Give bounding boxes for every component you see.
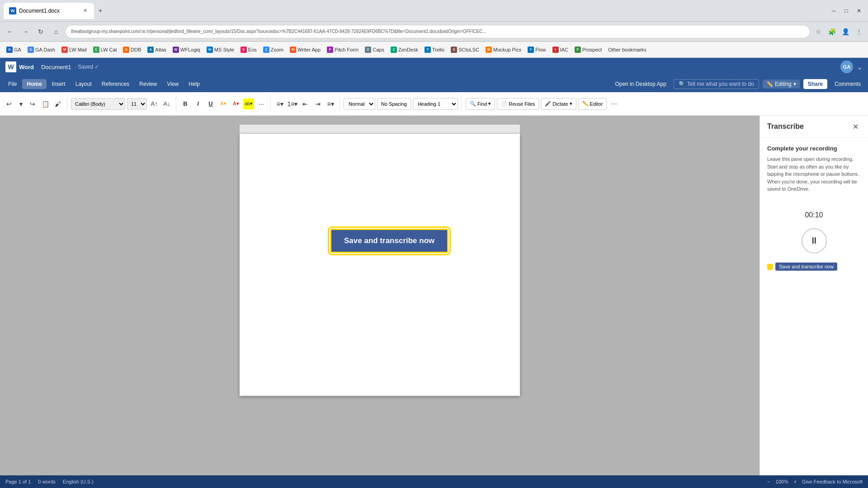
pitch-form-icon: P — [327, 47, 333, 53]
indent-less-button[interactable]: ⇤ — [300, 99, 311, 109]
bookmark-eos-label: Eos — [248, 47, 257, 52]
undo-button[interactable]: ↩ — [4, 99, 14, 109]
back-button[interactable]: ← — [4, 25, 16, 38]
iac-icon: I — [552, 47, 559, 53]
address-input[interactable]: theaboutgroup-my.sharepoint.com/:w:/r/pe… — [65, 25, 810, 38]
tab-close-button[interactable]: ✕ — [81, 7, 89, 14]
save-transcribe-main-button[interactable]: Save and transcribe now — [330, 229, 448, 253]
italic-button[interactable]: I — [193, 99, 203, 109]
menu-file[interactable]: File — [4, 79, 21, 89]
bookmark-iac[interactable]: I IAC — [550, 45, 571, 54]
share-button[interactable]: Share — [803, 79, 827, 89]
bookmark-sctolsc[interactable]: S SCtoLSC — [448, 45, 482, 54]
dictate-button[interactable]: 🎤 Dictate ▾ — [541, 98, 576, 110]
new-tab-button[interactable]: + — [94, 5, 107, 17]
reload-button[interactable]: ↻ — [34, 25, 47, 38]
bookmark-trello[interactable]: T Trello — [422, 45, 447, 54]
zoom-in-button[interactable]: + — [794, 479, 797, 484]
heading-1-select[interactable]: Heading 1 — [413, 98, 458, 110]
bookmark-wflogiq[interactable]: W WFLogiq — [170, 45, 203, 54]
reuse-files-button[interactable]: 📄 Reuse Files — [497, 98, 539, 110]
zoom-out-button[interactable]: − — [767, 479, 770, 484]
undo-dropdown[interactable]: ▾ — [15, 99, 26, 109]
editor-button[interactable]: ✏️ Editor — [578, 98, 607, 110]
underline-button[interactable]: U — [205, 99, 216, 109]
bookmark-ms-style[interactable]: M MS Style — [204, 45, 237, 54]
home-button[interactable]: ⌂ — [50, 25, 62, 38]
bookmark-ddb[interactable]: D DDB — [120, 45, 144, 54]
bookmark-caps-label: Caps — [373, 47, 384, 52]
no-spacing-button[interactable]: No Spacing — [377, 98, 411, 110]
feedback-link[interactable]: Give Feedback to Microsoft — [802, 479, 863, 484]
writer-app-icon: W — [290, 47, 296, 53]
panel-close-button[interactable]: ✕ — [850, 121, 861, 132]
panel-body: Complete your recording Leave this pane … — [760, 138, 868, 475]
ribbon-separator-3 — [270, 97, 271, 111]
bookmark-eos[interactable]: E Eos — [238, 45, 259, 54]
pause-icon: ⏸ — [810, 235, 819, 246]
font-size-select[interactable]: 11 — [127, 98, 147, 110]
bookmark-atlas[interactable]: A Atlas — [145, 45, 169, 54]
bold-button[interactable]: B — [180, 99, 191, 109]
bookmark-writer-app[interactable]: W Writer App — [287, 45, 323, 54]
tell-me-search[interactable]: 🔍 Tell me what you want to do — [674, 79, 759, 89]
menu-view[interactable]: View — [162, 79, 183, 89]
document-page[interactable]: Save and transcribe now — [240, 134, 520, 396]
menu-references[interactable]: References — [97, 79, 134, 89]
bookmark-star-icon[interactable]: ☆ — [813, 26, 824, 37]
bookmark-mockup-pics-label: Mockup Pics — [493, 47, 521, 52]
bookmark-mockup-pics[interactable]: M Mockup Pics — [483, 45, 524, 54]
open-desktop-button[interactable]: Open in Desktop App — [611, 79, 670, 89]
find-button[interactable]: 🔍 Find ▾ — [466, 98, 495, 110]
forward-button[interactable]: → — [19, 25, 32, 38]
more-format-button[interactable]: ··· — [256, 99, 267, 109]
indent-more-button[interactable]: ⇥ — [312, 99, 323, 109]
bookmark-lw-cal[interactable]: C LW Cal — [90, 45, 119, 54]
active-tab[interactable]: W Document1.docx ✕ — [4, 3, 94, 19]
bookmark-ga-dash[interactable]: G GA Dash — [25, 45, 58, 54]
menu-layout[interactable]: Layout — [71, 79, 96, 89]
menu-review[interactable]: Review — [135, 79, 161, 89]
align-button[interactable]: ≡▾ — [325, 99, 336, 109]
menu-help[interactable]: Help — [184, 79, 204, 89]
editing-mode-button[interactable]: ✏️ Editing ▾ — [763, 80, 800, 89]
clipboard-button[interactable]: 📋 — [40, 99, 51, 109]
bookmark-flow[interactable]: F Flow — [525, 45, 548, 54]
ribbon-toggle[interactable]: ⌄ — [857, 63, 863, 71]
bookmark-zendesk[interactable]: Z ZenDesk — [388, 45, 421, 54]
font-family-select[interactable]: Calibri (Body) — [71, 98, 125, 110]
bookmark-prospect[interactable]: P Prospect — [572, 45, 604, 54]
profile-icon[interactable]: 👤 — [840, 26, 851, 37]
settings-icon[interactable]: ⋮ — [854, 26, 864, 37]
font-color-button[interactable]: A▾ — [231, 99, 241, 109]
text-highlight-button[interactable]: ab▾ — [243, 99, 254, 109]
bookmark-lw-mail[interactable]: M LW Mail — [59, 45, 90, 54]
minimize-button[interactable]: ─ — [828, 5, 839, 16]
redo-button[interactable]: ↪ — [27, 99, 38, 109]
highlight-button[interactable]: A▾ — [218, 99, 229, 109]
bookmark-ga[interactable]: G GA — [4, 45, 24, 54]
other-bookmarks[interactable]: Other bookmarks — [605, 46, 649, 54]
bookmark-pitch-form[interactable]: P Pitch Form — [324, 45, 361, 54]
maximize-button[interactable]: □ — [841, 5, 852, 16]
decrease-font-button[interactable]: A↓ — [161, 99, 172, 109]
comments-button[interactable]: Comments — [831, 79, 864, 89]
tab-bar: W Document1.docx ✕ + — [4, 3, 828, 19]
user-avatar[interactable]: GA — [840, 61, 853, 73]
menu-insert[interactable]: Insert — [47, 79, 70, 89]
more-ribbon-button[interactable]: ··· — [609, 99, 619, 109]
format-painter-button[interactable]: 🖌 — [52, 99, 63, 109]
pause-recording-button[interactable]: ⏸ — [802, 228, 827, 253]
increase-font-button[interactable]: A↑ — [149, 99, 160, 109]
panel-save-transcribe-button[interactable]: Save and transcribe now — [775, 263, 837, 271]
close-button[interactable]: ✕ — [854, 5, 864, 16]
extensions-icon[interactable]: 🧩 — [826, 26, 837, 37]
bookmark-caps[interactable]: C Caps — [362, 45, 387, 54]
bullets-button[interactable]: ≡▾ — [274, 99, 285, 109]
style-normal-select[interactable]: Normal — [344, 98, 375, 110]
prospect-icon: P — [575, 47, 581, 53]
menu-home[interactable]: Home — [22, 79, 46, 89]
bookmark-zoom[interactable]: Z Zoom — [260, 45, 286, 54]
word-app: W Word Document1 · Saved ✓ GA ⌄ File Hom… — [0, 58, 868, 488]
numbering-button[interactable]: 1≡▾ — [287, 99, 298, 109]
